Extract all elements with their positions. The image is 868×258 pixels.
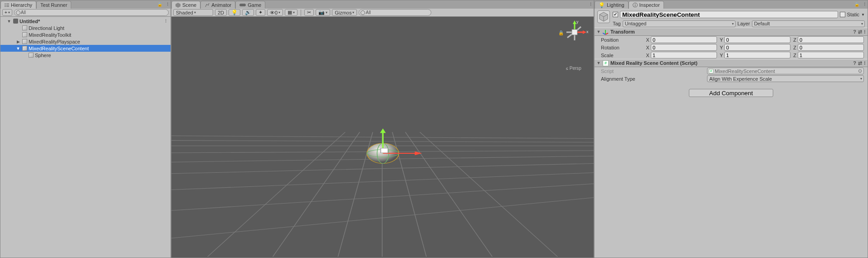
rotation-label: Rotation — [601, 45, 644, 50]
tag-dropdown[interactable]: Untagged — [623, 20, 736, 27]
position-row: Position X Y Z — [595, 36, 868, 44]
alignment-row: Alignment Type Align With Experience Sca… — [595, 75, 868, 83]
inspector-tab-icon: ⓘ — [633, 2, 638, 9]
lighting-tab-icon: 💡 — [599, 2, 605, 8]
scene-menu-icon[interactable]: ⁝ — [165, 18, 167, 24]
fold-icon[interactable]: ▼ — [596, 29, 601, 34]
fold-icon[interactable]: ▶ — [16, 39, 20, 44]
game-tab-icon — [239, 3, 246, 7]
help-icon[interactable]: ? — [853, 60, 856, 66]
panel-menu-icon[interactable]: ⁝ — [864, 1, 866, 7]
tab-lighting[interactable]: 💡 Lighting — [595, 1, 629, 9]
layer-dropdown[interactable]: Default — [752, 20, 865, 27]
hierarchy-item-selected[interactable]: ▼MixedRealitySceneContent — [0, 45, 171, 52]
btn-grid-dropdown[interactable]: ▦ — [285, 9, 297, 16]
tab-test-runner[interactable]: Test Runner — [36, 1, 71, 9]
hierarchy-item[interactable]: MixedRealityToolkit — [0, 31, 171, 38]
axis-x-label: x — [586, 29, 589, 34]
svg-rect-0 — [5, 4, 6, 4]
script-small-icon: # — [709, 69, 713, 73]
shading-mode-dropdown[interactable]: Shaded — [173, 9, 213, 16]
rotation-z-input[interactable] — [798, 44, 864, 51]
gameobject-icon — [22, 46, 27, 51]
btn-2d[interactable]: 2D — [215, 9, 227, 16]
scene-content — [171, 17, 594, 258]
scene-name: Untitled* — [20, 19, 40, 24]
component-menu-icon[interactable]: ⁝ — [864, 60, 866, 66]
fold-icon[interactable]: ▼ — [596, 61, 601, 65]
scene-search-input[interactable]: All — [359, 9, 431, 16]
tab-inspector[interactable]: ⓘ Inspector — [629, 1, 664, 9]
add-component-button[interactable]: Add Component — [689, 89, 773, 97]
position-y-input[interactable] — [724, 36, 790, 43]
panel-menu-icon[interactable]: ⁝ — [167, 1, 169, 7]
script-component-title: Mixed Reality Scene Content (Script) — [610, 60, 697, 66]
hierarchy-item[interactable]: ▶MixedRealityPlayspace — [0, 38, 171, 45]
hierarchy-tree: ▼ Untitled* ⁝ Directional Light MixedRea… — [0, 17, 171, 258]
btn-lighting-icon[interactable]: 💡 — [229, 9, 240, 16]
hierarchy-tabbar: Hierarchy Test Runner ⁝ 🔓 — [0, 0, 171, 9]
gameobject-large-icon[interactable] — [597, 10, 610, 23]
tab-game[interactable]: Game — [235, 1, 265, 9]
btn-tools-icon[interactable]: ✂ — [304, 9, 314, 16]
svg-rect-4 — [6, 5, 9, 5]
fold-icon[interactable]: ▼ — [16, 46, 20, 51]
btn-camera-dropdown[interactable]: 📷 — [316, 9, 330, 16]
persp-label[interactable]: ≤ Persp — [563, 66, 585, 71]
scene-viewport[interactable]: y x 🔒 ≤ Persp — [171, 17, 594, 258]
position-label: Position — [601, 37, 644, 43]
gizmos-dropdown[interactable]: Gizmos — [332, 9, 357, 16]
hierarchy-item[interactable]: Sphere — [0, 52, 171, 58]
preset-icon[interactable]: ⇄ — [858, 60, 862, 66]
position-x-input[interactable] — [651, 36, 717, 43]
svg-marker-27 — [380, 128, 386, 133]
lock-icon[interactable]: 🔓 — [854, 2, 859, 7]
scale-y-input[interactable] — [724, 52, 790, 58]
tab-animator[interactable]: Animator — [200, 1, 235, 9]
transform-component-header[interactable]: ▼ Transform ? ⇄ ⁝ — [595, 28, 868, 36]
static-dropdown-icon[interactable]: ▼ — [861, 13, 865, 17]
alignment-label: Alignment Type — [601, 76, 705, 82]
panel-menu-icon[interactable]: ⁝ — [590, 1, 592, 7]
script-row: Script # MixedRealitySceneContent ⊙ — [595, 67, 868, 75]
btn-fx-icon[interactable]: ✦ — [256, 9, 265, 16]
tab-hierarchy[interactable]: Hierarchy — [0, 1, 36, 9]
active-checkbox[interactable]: ✔ — [613, 12, 618, 17]
unity-scene-icon — [13, 19, 18, 24]
component-menu-icon[interactable]: ⁝ — [864, 29, 866, 35]
hierarchy-item[interactable]: Directional Light — [0, 24, 171, 31]
position-z-input[interactable] — [798, 36, 864, 43]
create-dropdown[interactable]: + — [2, 9, 12, 16]
svg-marker-34 — [583, 30, 586, 34]
btn-hidden-dropdown[interactable]: 👁 0 — [267, 9, 283, 16]
tab-hierarchy-label: Hierarchy — [11, 2, 32, 8]
scale-z-input[interactable] — [798, 52, 864, 58]
alignment-dropdown[interactable]: Align With Experience Scale — [707, 75, 864, 82]
svg-rect-5 — [6, 6, 9, 7]
object-name-input[interactable] — [620, 11, 838, 18]
rotation-x-input[interactable] — [651, 44, 717, 51]
svg-marker-32 — [573, 20, 576, 24]
rotation-y-input[interactable] — [724, 44, 790, 51]
tag-label: Tag — [613, 21, 621, 26]
static-checkbox[interactable] — [840, 12, 845, 17]
btn-audio-icon[interactable]: 🔊 — [242, 9, 254, 16]
fold-icon[interactable]: ▼ — [7, 19, 11, 24]
hierarchy-search-input[interactable]: All — [14, 9, 169, 16]
object-picker-icon[interactable]: ⊙ — [858, 68, 862, 74]
scale-x-input[interactable] — [651, 52, 717, 58]
gizmo-lock-icon[interactable]: 🔒 — [558, 30, 564, 35]
lock-icon[interactable]: 🔓 — [157, 2, 162, 7]
script-field[interactable]: # MixedRealitySceneContent ⊙ — [707, 68, 864, 74]
tab-scene[interactable]: Scene — [171, 1, 200, 9]
orientation-gizmo[interactable]: y x 🔒 ≤ Persp — [563, 20, 586, 71]
script-component-header[interactable]: ▼ # Mixed Reality Scene Content (Script)… — [595, 59, 868, 67]
static-label: Static — [847, 12, 860, 17]
gameobject-icon — [22, 32, 27, 37]
help-icon[interactable]: ? — [853, 29, 856, 35]
preset-icon[interactable]: ⇄ — [858, 29, 862, 35]
scene-row[interactable]: ▼ Untitled* ⁝ — [0, 18, 171, 24]
scene-tab-icon — [176, 3, 180, 8]
transform-title: Transform — [610, 29, 635, 34]
svg-line-17 — [273, 132, 360, 257]
